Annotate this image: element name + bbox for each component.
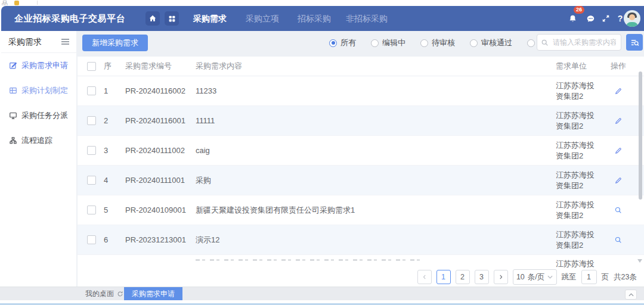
taskbar: 我的桌面 采购需求申请 bbox=[0, 287, 644, 301]
table-row: 6 PR-20231213001 演示12 江苏苏海投资集团2 bbox=[78, 225, 644, 255]
edit-icon[interactable] bbox=[614, 87, 623, 95]
home-icon bbox=[148, 14, 157, 23]
notifications-button[interactable] bbox=[568, 14, 577, 23]
edit-square-icon bbox=[9, 61, 17, 70]
sitemap-icon bbox=[9, 136, 17, 145]
row-checkbox[interactable] bbox=[87, 235, 96, 244]
sidebar-item-label: 采购需求申请 bbox=[21, 60, 68, 71]
select-all-checkbox[interactable] bbox=[87, 62, 96, 71]
page-size-select[interactable]: 10 条/页 bbox=[513, 269, 557, 285]
sidebar-item-label: 采购计划制定 bbox=[21, 85, 68, 96]
col-content: 采购需求内容 bbox=[196, 61, 556, 71]
demand-table-panel: 序 采购需求编号 采购需求内容 需求单位 操作 1 PR-20240116002… bbox=[78, 57, 644, 287]
row-checkbox[interactable] bbox=[87, 176, 96, 185]
chevron-down-icon bbox=[547, 275, 553, 279]
user-avatar[interactable] bbox=[624, 10, 640, 27]
apps-grid-icon bbox=[168, 15, 176, 23]
sidebar-item-label: 采购任务分派 bbox=[21, 110, 68, 121]
table-row: 4 PR-20240111001 采购 江苏苏海投资集团2 bbox=[78, 166, 644, 195]
table-scrollbar[interactable] bbox=[639, 71, 642, 200]
search-box bbox=[537, 34, 621, 51]
nav-tab-non-bidding-purchase[interactable]: 非招标采购 bbox=[346, 6, 388, 31]
jump-label: 跳至 bbox=[562, 272, 577, 282]
browser-artifact-icon: 品 bbox=[2, 0, 8, 5]
next-page-button[interactable] bbox=[494, 270, 508, 284]
row-checkbox[interactable] bbox=[87, 206, 96, 214]
row-checkbox[interactable] bbox=[87, 146, 96, 155]
chevron-up-icon bbox=[628, 293, 634, 297]
nav-tab-purchase-initiation[interactable]: 采购立项 bbox=[246, 6, 279, 31]
sidebar-header: 采购需求 bbox=[1, 31, 76, 53]
radio-icon bbox=[527, 39, 535, 47]
top-navbar: 企业招标采购电子交易平台 采购需求 采购立项 招标采购 非招标采购 26 bbox=[1, 6, 644, 31]
col-seq: 序 bbox=[104, 61, 125, 71]
table-row: 1 PR-20240116002 11233 江苏苏海投资集团2 bbox=[78, 76, 644, 106]
main-content: 新增采购需求 所有 编辑中 待审核 审核通过 审核不通过 bbox=[76, 31, 644, 305]
sidebar-collapse-icon[interactable] bbox=[61, 39, 69, 46]
sidebar: 采购需求 采购需求申请 采购计划制定 采购任务分派 流程追踪 bbox=[1, 31, 77, 287]
search-icon bbox=[541, 39, 549, 46]
radio-icon bbox=[470, 39, 478, 47]
fullscreen-button[interactable] bbox=[601, 14, 611, 23]
messages-button[interactable] bbox=[586, 14, 595, 23]
edit-icon[interactable] bbox=[614, 147, 623, 155]
col-action: 操作 bbox=[601, 61, 636, 71]
taskbar-collapse-button[interactable] bbox=[625, 290, 637, 300]
radio-icon bbox=[329, 39, 337, 47]
filter-editing[interactable]: 编辑中 bbox=[371, 38, 405, 48]
total-count: 共23条 bbox=[614, 272, 637, 282]
taskbar-tab-demand-apply[interactable]: 采购需求申请 bbox=[124, 287, 182, 301]
sidebar-item-task-dispatch[interactable]: 采购任务分派 bbox=[1, 103, 76, 128]
avatar-shirt bbox=[626, 22, 638, 27]
monitor-icon bbox=[9, 111, 17, 120]
add-demand-button[interactable]: 新增采购需求 bbox=[82, 35, 148, 51]
page-button-2[interactable]: 2 bbox=[456, 270, 470, 284]
bell-icon bbox=[568, 14, 577, 23]
prev-page-button[interactable] bbox=[417, 270, 432, 284]
home-button[interactable] bbox=[145, 11, 160, 26]
sidebar-title: 采购需求 bbox=[8, 31, 42, 52]
browser-artifact-divider bbox=[37, 1, 38, 5]
my-desktop-button[interactable]: 我的桌面 bbox=[85, 287, 123, 301]
view-icon[interactable] bbox=[614, 206, 623, 214]
avatar-face bbox=[629, 14, 635, 20]
search-input[interactable] bbox=[552, 38, 617, 47]
message-icon bbox=[586, 14, 595, 23]
nav-tab-purchase-demand[interactable]: 采购需求 bbox=[193, 6, 227, 31]
col-code: 采购需求编号 bbox=[125, 61, 196, 71]
radio-icon bbox=[420, 39, 428, 47]
sidebar-item-process-tracking[interactable]: 流程追踪 bbox=[1, 128, 76, 153]
advanced-search-button[interactable] bbox=[626, 34, 643, 51]
fullscreen-icon bbox=[602, 14, 610, 23]
help-icon: ? bbox=[618, 14, 623, 23]
table-row: 2 PR-20240116001 11111 江苏苏海投资集团2 bbox=[78, 106, 644, 136]
page-button-3[interactable]: 3 bbox=[475, 270, 489, 284]
sidebar-item-demand-apply[interactable]: 采购需求申请 bbox=[1, 53, 76, 78]
edit-icon[interactable] bbox=[614, 117, 623, 125]
clipped-text bbox=[196, 259, 422, 261]
browser-bookmark-icon bbox=[14, 1, 19, 5]
filter-approved[interactable]: 审核通过 bbox=[470, 38, 512, 48]
refresh-icon bbox=[117, 291, 123, 297]
table-header: 序 采购需求编号 采购需求内容 需求单位 操作 bbox=[78, 57, 644, 76]
jump-unit: 页 bbox=[602, 272, 609, 282]
col-unit: 需求单位 bbox=[556, 61, 601, 71]
table-row: 3 PR-20240111002 caig 江苏苏海投资集团2 bbox=[78, 136, 644, 166]
apps-menu-button[interactable] bbox=[165, 11, 179, 26]
pagination: 1 2 3 10 条/页 跳至 页 共23条 bbox=[78, 267, 644, 287]
jump-page-input[interactable] bbox=[581, 270, 597, 284]
nav-tab-bidding-purchase[interactable]: 招标采购 bbox=[298, 6, 331, 31]
filter-all[interactable]: 所有 bbox=[329, 38, 356, 48]
view-icon[interactable] bbox=[614, 236, 623, 244]
page-button-1[interactable]: 1 bbox=[436, 270, 451, 284]
notification-badge: 26 bbox=[574, 6, 584, 14]
scrollbar-down-arrow[interactable] bbox=[637, 259, 642, 263]
filter-pending-review[interactable]: 待审核 bbox=[420, 38, 455, 48]
row-checkbox[interactable] bbox=[87, 116, 96, 125]
app-page: 品 企业招标采购电子交易平台 采购需求 采购立项 招标采购 非招标采购 26 bbox=[0, 0, 644, 305]
sidebar-item-plan-making[interactable]: 采购计划制定 bbox=[1, 78, 76, 103]
edit-icon[interactable] bbox=[614, 176, 623, 185]
row-checkbox[interactable] bbox=[87, 86, 96, 95]
table-row: 5 PR-20240109001 新疆天聚建设投资集团有限责任公司采购需求1 江… bbox=[78, 195, 644, 225]
filter-search-icon bbox=[630, 38, 639, 47]
